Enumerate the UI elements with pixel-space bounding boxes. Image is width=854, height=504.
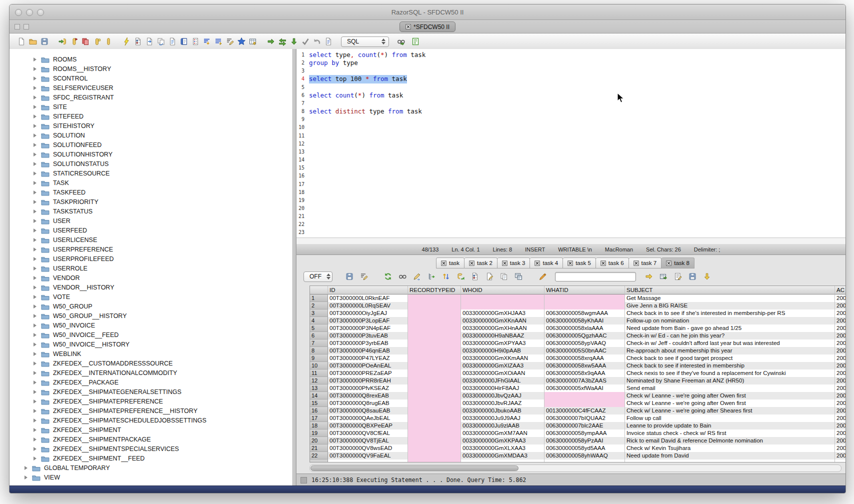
cell-ac[interactable]: 200: [835, 362, 846, 370]
cell-whoid[interactable]: 0033000000GmXMDAA3: [461, 452, 544, 460]
expand-triangle-icon[interactable]: [34, 266, 36, 270]
cell-ac[interactable]: 200: [835, 324, 846, 332]
tree-item-solutionfeed[interactable]: SOLUTIONFEED: [34, 140, 102, 150]
table-row[interactable]: 400T3000000P3LopEAF0033000000GmXKnAAN006…: [310, 317, 846, 324]
cell-ac[interactable]: 200: [835, 422, 846, 430]
tree-item-zkfedex-shipmatepreference[interactable]: ZKFEDEX__SHIPMATEPREFERENCE: [34, 396, 163, 406]
save-icon[interactable]: [686, 272, 698, 282]
cell-whatid[interactable]: 00630000005S0bnAAC: [544, 347, 625, 354]
table-copy-icon[interactable]: [512, 272, 524, 282]
cell-whatid[interactable]: 00630000007blc2AAE: [544, 422, 625, 430]
cell-whoid[interactable]: 0033000000Ju9J9AAJ: [461, 414, 544, 422]
cell-ac[interactable]: 200: [835, 430, 846, 437]
code-line-12[interactable]: [309, 140, 426, 148]
refresh-cycle-icon[interactable]: [382, 272, 394, 282]
expand-triangle-icon[interactable]: [34, 58, 36, 62]
row-number[interactable]: 11: [310, 370, 328, 377]
row-number[interactable]: 21: [310, 444, 328, 452]
pencil-send-icon[interactable]: [411, 272, 422, 282]
row-number[interactable]: 13: [310, 384, 328, 392]
cell-id[interactable]: 00T3000000Q8rexEAB: [328, 392, 408, 400]
expand-triangle-icon[interactable]: [34, 114, 36, 118]
page-edit-icon[interactable]: [484, 272, 495, 282]
cell-ac[interactable]: 200: [835, 317, 846, 324]
save-icon[interactable]: [344, 272, 355, 282]
arrow-right-green-icon[interactable]: [265, 36, 276, 47]
cell-recordtypeid[interactable]: [408, 392, 461, 400]
code-line-4[interactable]: select top 100 * from task: [309, 75, 426, 83]
row-number[interactable]: 7: [310, 340, 328, 347]
tree-item-zkfedex-shipmatepreference-history[interactable]: ZKFEDEX__SHIPMATEPREFERENCE__HISTORY: [34, 406, 198, 416]
tree-item-sfdc-registrant[interactable]: SFDC_REGISTRANT: [34, 92, 114, 102]
column-header-whoid[interactable]: WHOID: [461, 286, 544, 294]
cell-whatid[interactable]: [544, 392, 625, 400]
results-table[interactable]: IDRECORDTYPEIDWHOIDWHATIDSUBJECTAC100T30…: [310, 286, 846, 462]
row-number[interactable]: [310, 460, 328, 462]
glasses-go-icon[interactable]: [395, 36, 406, 47]
cell-whoid[interactable]: 0033000000GmXKnAAN: [461, 317, 544, 324]
tree-item-zkfedex-shipment-feed[interactable]: ZKFEDEX__SHIPMENT__FEED: [34, 454, 144, 463]
tree-item-solutionhistory[interactable]: SOLUTIONHISTORY: [34, 150, 112, 159]
cell-subject[interactable]: Follow-up on nomination: [625, 317, 835, 324]
cell-whoid[interactable]: 0033000000GmXIZAA3: [461, 362, 544, 370]
cell-whoid[interactable]: 0033000000JbvQzAAJ: [461, 392, 544, 400]
code-line-9[interactable]: [309, 116, 426, 124]
cell-recordtypeid[interactable]: [408, 407, 461, 414]
row-number[interactable]: 2: [310, 302, 328, 310]
cell-whoid[interactable]: 0033000000GmXHnAAN: [461, 324, 544, 332]
expand-triangle-icon[interactable]: [34, 190, 36, 194]
options-form-icon[interactable]: [132, 36, 144, 47]
table-row[interactable]: 1300T3000000PfvKSEAZ0033000000HirF8AAJ00…: [310, 384, 846, 392]
row-number[interactable]: 4: [310, 317, 328, 324]
arrows-swap-green-icon[interactable]: [276, 36, 288, 47]
cell-subject[interactable]: Check back in to see if she's interested…: [625, 310, 835, 317]
cell-id[interactable]: 00T3000000L0RknEAF: [328, 294, 408, 302]
row-limit-select[interactable]: OFF: [304, 272, 332, 282]
cell-subject[interactable]: Give Jenn a BIG RAISE: [625, 302, 835, 310]
code-line-8[interactable]: select distinct type from task: [309, 108, 426, 116]
row-number[interactable]: 17: [310, 414, 328, 422]
expand-triangle-icon[interactable]: [34, 162, 36, 166]
table-row[interactable]: 1400T3000000Q8rexEAB0033000000JbvQzAAJCh…: [310, 392, 846, 400]
cell-subject[interactable]: Check w/ Leanne - we're going after Shea…: [625, 407, 835, 414]
cell-subject[interactable]: Check back to see if interested in membe…: [625, 362, 835, 370]
row-number[interactable]: 16: [310, 407, 328, 414]
cell-recordtypeid[interactable]: [408, 437, 461, 444]
expand-triangle-icon[interactable]: [34, 210, 36, 214]
code-line-1[interactable]: select type, count(*) from task: [309, 51, 426, 59]
describe-list-icon[interactable]: [410, 36, 421, 47]
expand-triangle-icon[interactable]: [34, 152, 36, 156]
table-row[interactable]: 700T3000000P3yrbEAB0033000000GmXPYAA3006…: [310, 340, 846, 347]
cell-id[interactable]: 00T3000000P46qnEAB: [328, 347, 408, 354]
cell-subject[interactable]: [625, 460, 835, 462]
tree-item-userprofilefeed[interactable]: USERPROFILEFEED: [34, 254, 114, 264]
cell-recordtypeid[interactable]: [408, 317, 461, 324]
cell-whatid[interactable]: [544, 460, 625, 462]
cell-whatid[interactable]: [544, 294, 625, 302]
arrow-right-yellow-icon[interactable]: [643, 272, 654, 282]
sort-filter-icon[interactable]: [201, 36, 212, 47]
cell-subject[interactable]: Get Massage: [625, 294, 835, 302]
result-tab-task-3[interactable]: task 3: [498, 258, 530, 268]
highlighter-pen-icon[interactable]: [536, 272, 548, 282]
cell-recordtypeid[interactable]: [408, 340, 461, 347]
cell-recordtypeid[interactable]: [408, 370, 461, 377]
row-number[interactable]: 20: [310, 437, 328, 444]
cell-whoid[interactable]: [461, 460, 544, 462]
table-row[interactable]: 1000T3000000POeAnEAL0033000000GmXIZAA300…: [310, 362, 846, 370]
table-row[interactable]: 2200T3000000QV9FaEAL0033000000GmXMDAA300…: [310, 452, 846, 460]
cell-whoid[interactable]: 0033000000GmXPYAA3: [461, 340, 544, 347]
cell-whoid[interactable]: 0033000000GmXKmAAN: [461, 354, 544, 362]
tree-item-w50-group-history[interactable]: W50_GROUP__HISTORY: [34, 311, 127, 320]
expand-triangle-icon[interactable]: [34, 134, 36, 138]
tab-close-icon[interactable]: [441, 260, 446, 266]
results-horizontal-scrollbar[interactable]: [310, 464, 842, 472]
cell-whatid[interactable]: [544, 400, 625, 407]
expand-triangle-icon[interactable]: [34, 447, 36, 451]
cell-id[interactable]: 00T3000000PfvKSEAZ: [328, 384, 408, 392]
cell-id[interactable]: 00T3000000P3LopEAF: [328, 317, 408, 324]
expand-triangle-icon[interactable]: [34, 276, 36, 280]
code-line-22[interactable]: [309, 220, 426, 228]
result-tab-task-2[interactable]: task 2: [464, 258, 498, 268]
execute-lightning-icon[interactable]: [120, 36, 132, 47]
